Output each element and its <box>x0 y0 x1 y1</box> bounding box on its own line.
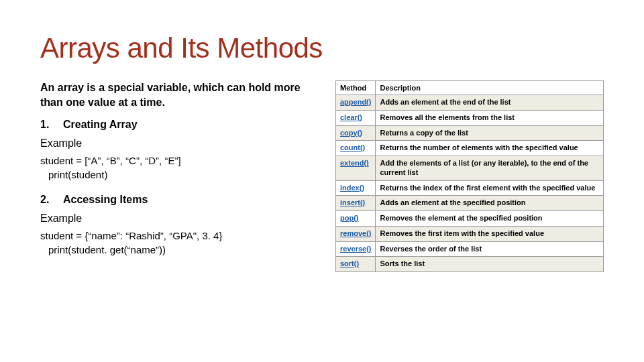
table-row: count()Returns the number of elements wi… <box>336 141 604 156</box>
table-row: pop()Removes the element at the specifie… <box>336 211 604 227</box>
section-1-number: 1. <box>40 119 63 131</box>
section-2-code: student = {“name”: “Rashid”, “GPA", 3. 4… <box>40 229 309 257</box>
right-column: Method Description append()Adds an eleme… <box>335 80 604 272</box>
method-link[interactable]: copy() <box>340 129 362 137</box>
method-cell: count() <box>336 141 376 156</box>
table-row: index()Returns the index of the first el… <box>336 180 604 196</box>
method-link[interactable]: pop() <box>340 214 358 222</box>
intro-text: An array is a special variable, which ca… <box>40 80 309 109</box>
method-link[interactable]: reverse() <box>340 245 371 253</box>
desc-cell: Add the elements of a list (or any itera… <box>376 156 604 181</box>
table-header-row: Method Description <box>336 81 604 95</box>
desc-cell: Removes the element at the specified pos… <box>376 211 604 227</box>
method-cell: insert() <box>336 196 376 211</box>
method-cell: index() <box>336 180 376 196</box>
slide: Arrays and Its Methods An array is a spe… <box>0 0 644 362</box>
desc-cell: Returns the number of elements with the … <box>376 141 604 156</box>
method-link[interactable]: remove() <box>340 229 371 237</box>
method-cell: copy() <box>336 125 376 141</box>
page-title: Arrays and Its Methods <box>40 32 604 64</box>
method-link[interactable]: index() <box>340 184 364 192</box>
section-2-example-label: Example <box>40 213 309 225</box>
desc-cell: Removes all the elements from the list <box>376 110 604 125</box>
method-cell: extend() <box>336 156 376 181</box>
method-cell: clear() <box>336 110 376 125</box>
table-row: append()Adds an element at the end of th… <box>336 95 604 111</box>
section-2-number: 2. <box>40 194 63 206</box>
method-link[interactable]: sort() <box>340 259 359 267</box>
table-row: remove()Removes the first item with the … <box>336 226 604 241</box>
code-line: print(student) <box>40 168 309 182</box>
method-cell: remove() <box>336 226 376 241</box>
code-line: student = {“name”: “Rashid”, “GPA", 3. 4… <box>40 229 309 243</box>
method-link[interactable]: clear() <box>340 113 362 121</box>
columns: An array is a special variable, which ca… <box>40 80 604 272</box>
desc-cell: Removes the first item with the specifie… <box>376 226 604 241</box>
method-cell: reverse() <box>336 241 376 257</box>
code-line: student = [“A”, “B”, “C”, “D”, “E”] <box>40 154 309 168</box>
table-row: copy()Returns a copy of the list <box>336 125 604 141</box>
method-link[interactable]: insert() <box>340 198 365 206</box>
method-cell: sort() <box>336 257 376 272</box>
method-cell: append() <box>336 95 376 111</box>
method-link[interactable]: count() <box>340 143 365 152</box>
section-1-heading: 1. Creating Array <box>40 119 309 131</box>
desc-cell: Returns a copy of the list <box>376 125 604 141</box>
methods-table: Method Description append()Adds an eleme… <box>335 80 604 272</box>
desc-cell: Adds an element at the end of the list <box>376 95 604 111</box>
header-method: Method <box>336 81 376 95</box>
code-line: print(student. get(“name”)) <box>40 243 309 257</box>
section-1-code: student = [“A”, “B”, “C”, “D”, “E”] prin… <box>40 154 309 182</box>
desc-cell: Adds an element at the specified positio… <box>376 196 604 211</box>
table-row: extend()Add the elements of a list (or a… <box>336 156 604 181</box>
desc-cell: Returns the index of the first element w… <box>376 180 604 196</box>
method-cell: pop() <box>336 211 376 227</box>
left-column: An array is a special variable, which ca… <box>40 80 309 272</box>
table-row: insert()Adds an element at the specified… <box>336 196 604 211</box>
section-2-heading: 2. Accessing Items <box>40 194 309 206</box>
method-link[interactable]: append() <box>340 98 371 106</box>
desc-cell: Sorts the list <box>376 257 604 272</box>
header-description: Description <box>376 81 604 95</box>
section-2-title: Accessing Items <box>63 194 148 206</box>
section-1-example-label: Example <box>40 137 309 149</box>
table-row: reverse()Reverses the order of the list <box>336 241 604 257</box>
table-body: append()Adds an element at the end of th… <box>336 95 604 272</box>
desc-cell: Reverses the order of the list <box>376 241 604 257</box>
section-1-title: Creating Array <box>63 119 138 131</box>
method-link[interactable]: extend() <box>340 159 369 167</box>
table-row: sort()Sorts the list <box>336 257 604 272</box>
table-row: clear()Removes all the elements from the… <box>336 110 604 125</box>
